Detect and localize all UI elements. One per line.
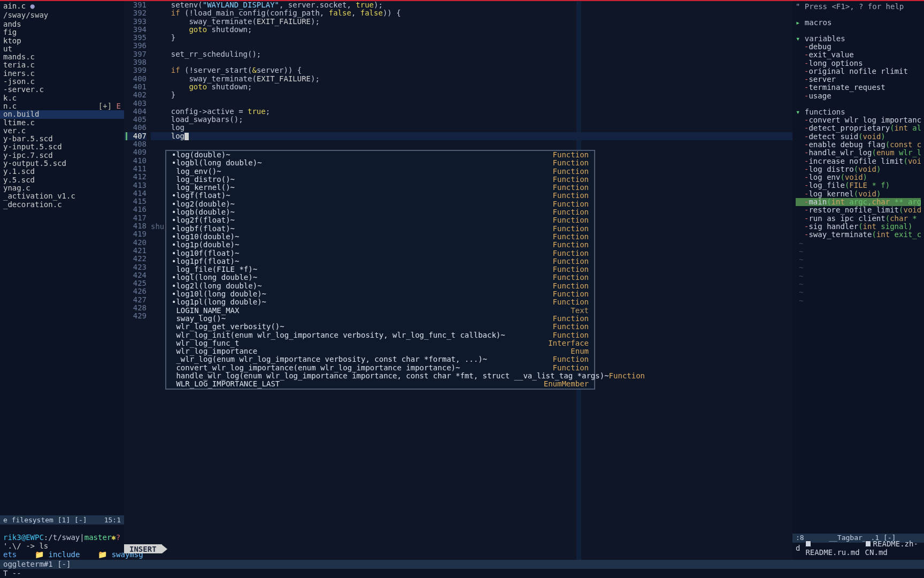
nerdtree-item[interactable]: y.5.scd xyxy=(0,176,124,184)
code-line[interactable]: sway_terminate(EXIT_FAILURE); xyxy=(151,75,792,83)
tagbar-function[interactable]: -sig_handler(int signal) xyxy=(796,223,921,231)
completion-item[interactable]: handle_wlr_log(enum wlr_log_importance i… xyxy=(166,372,594,380)
tagbar-file[interactable]: d xyxy=(796,544,800,552)
code-line[interactable]: load_swaybars(); xyxy=(151,116,792,124)
code-line[interactable]: if (!load_main_config(config_path, false… xyxy=(151,9,792,17)
nerdtree-item[interactable]: ver.c xyxy=(0,127,124,135)
completion-item[interactable]: wlr_log_get_verbosity()~Function xyxy=(166,323,594,331)
completion-item[interactable]: •logbl(long double)~Function xyxy=(166,159,594,167)
code-line[interactable]: sway_terminate(EXIT_FAILURE); xyxy=(151,18,792,26)
nerdtree-item[interactable]: ltime.c xyxy=(0,119,124,127)
completion-item[interactable]: •logbf(float)~Function xyxy=(166,225,594,233)
tagbar-function[interactable]: -log_file(FILE * f) xyxy=(796,181,921,189)
completion-item[interactable]: LOGIN_NAME_MAXText xyxy=(166,307,594,315)
tagbar-variable[interactable]: -terminate_request xyxy=(796,83,921,92)
nerdtree-item[interactable]: y-input.5.scd xyxy=(0,143,124,151)
tagbar-function[interactable]: -detect_proprietary(int allow_ xyxy=(796,124,921,132)
tagbar-variable[interactable]: -original_nofile_rlimit xyxy=(796,67,921,75)
nerdtree[interactable]: andsfigktoputmands.cteria.ciners.c-json.… xyxy=(0,19,124,515)
code-line[interactable]: } xyxy=(151,34,792,42)
completion-item[interactable]: •log2l(long double)~Function xyxy=(166,282,594,290)
nerdtree-item[interactable]: iners.c xyxy=(0,70,124,78)
completion-item[interactable]: log_env()~Function xyxy=(166,168,594,176)
nerdtree-item[interactable]: _decoration.c xyxy=(0,201,124,209)
completion-item[interactable]: •log10l(long double)~Function xyxy=(166,290,594,298)
code-line[interactable] xyxy=(151,100,792,108)
completion-item[interactable]: convert_wlr_log_importance(enum wlr_log_… xyxy=(166,364,594,372)
completion-item[interactable]: •logb(double)~Function xyxy=(166,208,594,216)
nerdtree-item[interactable]: -json.c xyxy=(0,78,124,86)
tagbar-file[interactable]: README.ru.md xyxy=(805,539,859,557)
completion-item[interactable]: •log10(double)~Function xyxy=(166,233,594,241)
completion-item[interactable]: •log1p(double)~Function xyxy=(166,241,594,249)
nerdtree-item[interactable]: y-bar.5.scd xyxy=(0,135,124,143)
tagbar-variable[interactable]: -usage xyxy=(796,92,921,100)
code-line[interactable]: if (!server_start(&server)) { xyxy=(151,66,792,74)
nerdtree-item[interactable]: teria.c xyxy=(0,61,124,69)
nerdtree-item[interactable]: -server.c xyxy=(0,86,124,94)
code-line[interactable]: } xyxy=(151,91,792,99)
completion-item[interactable]: •log10f(float)~Function xyxy=(166,249,594,257)
tagbar-macros-header[interactable]: ▸ macros xyxy=(796,18,921,27)
nerdtree-item[interactable]: ktop xyxy=(0,37,124,45)
nerdtree-item[interactable]: on.build xyxy=(0,110,124,118)
code-line[interactable]: config->active = true; xyxy=(151,108,792,116)
nerdtree-item[interactable]: n.c[+] E xyxy=(0,102,124,110)
completion-item[interactable]: log_kernel()~Function xyxy=(166,184,594,192)
tagbar-variable[interactable]: -server xyxy=(796,75,921,83)
nerdtree-item[interactable]: k.c xyxy=(0,94,124,102)
completion-item[interactable]: wlr_log_init(enum wlr_log_importance ver… xyxy=(166,331,594,339)
completion-item[interactable]: •logl(long double)~Function xyxy=(166,273,594,282)
code-line[interactable] xyxy=(151,42,792,50)
code-line[interactable]: goto shutdown; xyxy=(151,26,792,34)
completion-item[interactable]: •log2(double)~Function xyxy=(166,200,594,208)
nerdtree-item[interactable]: ands xyxy=(0,20,124,28)
tagbar-function[interactable]: -handle_wlr_log(enum wlr_log_i xyxy=(796,149,921,157)
completion-item[interactable]: •log1pl(long double)~Function xyxy=(166,298,594,306)
nerdtree-item[interactable]: y-ipc.7.scd xyxy=(0,151,124,159)
buffer-tab[interactable]: ain.c ● xyxy=(0,1,124,11)
tagbar-function[interactable]: -restore_nofile_limit(void) xyxy=(796,206,921,214)
tagbar-pane[interactable]: " Press <F1>, ? for help ▸ macros ▾ vari… xyxy=(792,1,924,578)
tagbar-function[interactable]: -log_kernel(void) xyxy=(796,190,921,198)
tagbar-function[interactable]: -log_distro(void) xyxy=(796,165,921,173)
tagbar-variables-header[interactable]: ▾ variables xyxy=(796,34,921,43)
tagbar-function[interactable]: -log_env(void) xyxy=(796,173,921,181)
nerdtree-item[interactable]: _activation_v1.c xyxy=(0,192,124,200)
tagbar-function[interactable]: -enable_debug_flag(const char xyxy=(796,141,921,149)
tagbar-variable[interactable]: -debug xyxy=(796,43,921,51)
code-line[interactable] xyxy=(151,58,792,66)
completion-item[interactable]: log_distro()~Function xyxy=(166,176,594,184)
tagbar-variable[interactable]: -exit_value xyxy=(796,51,921,59)
completion-item[interactable]: wlr_log_importanceEnum xyxy=(166,347,594,355)
code-line[interactable] xyxy=(151,140,792,148)
tagbar-file-row[interactable]: dREADME.ru.mdREADME.zh-CN.md xyxy=(792,543,924,552)
nerdtree-item[interactable]: ut xyxy=(0,45,124,53)
completion-item[interactable]: log_file(FILE *f)~Function xyxy=(166,265,594,273)
code-line[interactable]: log xyxy=(151,132,792,140)
completion-popup[interactable]: •log(double)~Function•logbl(long double)… xyxy=(165,150,595,390)
code-line[interactable]: setenv("WAYLAND_DISPLAY", server.socket,… xyxy=(151,1,792,9)
tagbar-function[interactable]: -run_as_ipc_client(char * comm xyxy=(796,215,921,223)
tagbar-function[interactable]: -main(int argc,char ** argv) xyxy=(796,198,921,206)
code-line[interactable]: set_rr_scheduling(); xyxy=(151,50,792,58)
completion-item[interactable]: _wlr_log(enum wlr_log_importance verbosi… xyxy=(166,355,594,363)
code-line[interactable]: log xyxy=(151,124,792,132)
nerdtree-item[interactable]: ynag.c xyxy=(0,184,124,192)
completion-item[interactable]: WLR_LOG_IMPORTANCE_LASTEnumMember xyxy=(166,380,594,388)
tagbar-variable[interactable]: -long_options xyxy=(796,59,921,67)
code-line[interactable]: goto shutdown; xyxy=(151,83,792,91)
tagbar-function[interactable]: -increase_nofile_limit(void) xyxy=(796,157,921,165)
completion-item[interactable]: •log1pf(float)~Function xyxy=(166,257,594,265)
nerdtree-item[interactable]: mands.c xyxy=(0,53,124,61)
editor-pane[interactable]: 3913923933943953963973983994004014024034… xyxy=(124,1,792,578)
tagbar-file[interactable]: README.zh-CN.md xyxy=(865,539,921,557)
completion-item[interactable]: •logf(float)~Function xyxy=(166,192,594,200)
nerdtree-item[interactable]: y.1.scd xyxy=(0,168,124,176)
tagbar-functions-header[interactable]: ▾ functions xyxy=(796,108,921,116)
tagbar-function[interactable]: -sway_terminate(int exit_code) xyxy=(796,231,921,239)
completion-item[interactable]: wlr_log_func_tInterface xyxy=(166,339,594,347)
tagbar-function[interactable]: -convert_wlr_log_importance(en xyxy=(796,116,921,124)
completion-item[interactable]: •log(double)~Function xyxy=(166,151,594,159)
tagbar-function[interactable]: -detect_suid(void) xyxy=(796,133,921,141)
